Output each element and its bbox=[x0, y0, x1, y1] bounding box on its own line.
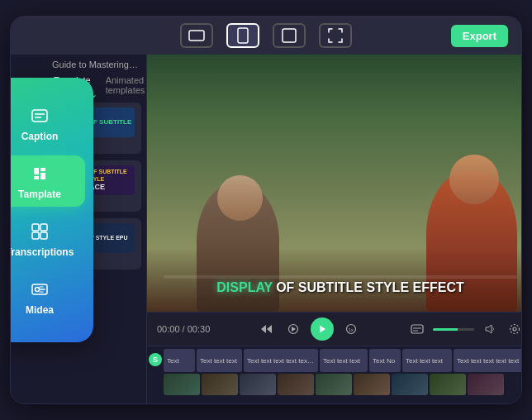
right-controls bbox=[408, 320, 521, 338]
list-item bbox=[354, 374, 390, 395]
list-item[interactable]: Text No bbox=[369, 349, 401, 372]
panel-title: Guide to Mastering the American Accent w… bbox=[44, 55, 146, 73]
timeline: S Text Text text text Text text text tex… bbox=[147, 346, 521, 403]
subtitle-normal-text: OF SUBTITLE STYLE EFFECT bbox=[276, 280, 464, 295]
svg-rect-11 bbox=[283, 29, 296, 42]
svg-rect-5 bbox=[32, 232, 39, 239]
svg-rect-15 bbox=[411, 325, 423, 333]
caption-icon bbox=[28, 104, 51, 127]
sidebar-media-label: Midea bbox=[26, 304, 54, 316]
view-wide-btn[interactable] bbox=[180, 23, 213, 48]
captions-icon[interactable] bbox=[408, 320, 426, 338]
volume-slider[interactable] bbox=[433, 328, 474, 331]
volume-icon[interactable] bbox=[481, 320, 499, 338]
top-bar: Export bbox=[11, 17, 521, 55]
list-item[interactable]: Text bbox=[164, 349, 195, 372]
time-display: 00:00 / 00:30 bbox=[157, 324, 210, 334]
subtitle-overlay: DISPLAY OF SUBTITLE STYLE EFFECT bbox=[216, 280, 463, 295]
list-item bbox=[316, 374, 352, 395]
list-item[interactable]: Text text text text text text bbox=[244, 349, 318, 372]
list-item bbox=[202, 374, 238, 395]
video-controls: 00:00 / 00:30 1x bbox=[147, 312, 521, 346]
rewind-icon[interactable] bbox=[258, 320, 276, 338]
list-item bbox=[240, 374, 276, 395]
list-item[interactable]: Text text text bbox=[402, 349, 452, 372]
video-player: DISPLAY OF SUBTITLE STYLE EFFECT bbox=[147, 55, 521, 312]
svg-point-8 bbox=[36, 288, 40, 292]
list-item bbox=[468, 374, 504, 395]
view-fullscreen-btn[interactable] bbox=[319, 23, 352, 48]
list-item bbox=[164, 374, 200, 395]
svg-rect-9 bbox=[189, 31, 204, 41]
view-tall-btn[interactable] bbox=[226, 23, 259, 48]
sidebar-item-media[interactable]: Midea bbox=[10, 271, 85, 322]
svg-rect-4 bbox=[40, 224, 47, 231]
svg-point-19 bbox=[511, 325, 520, 334]
playback-controls: 1x bbox=[258, 317, 360, 341]
svg-rect-0 bbox=[32, 110, 47, 122]
list-item[interactable]: Text text text bbox=[320, 349, 368, 372]
tab-animated[interactable]: Animated templates bbox=[101, 73, 150, 98]
video-background: DISPLAY OF SUBTITLE STYLE EFFECT bbox=[147, 55, 521, 312]
subtitle-highlight-text: DISPLAY bbox=[216, 280, 273, 295]
app-container: Caption Tamplate Transcriptions bbox=[10, 16, 522, 404]
svg-rect-10 bbox=[238, 28, 248, 43]
list-item bbox=[278, 374, 314, 395]
sidebar-item-caption[interactable]: Caption bbox=[10, 98, 85, 149]
svg-rect-3 bbox=[32, 224, 39, 231]
list-item[interactable]: Text text text bbox=[197, 349, 242, 372]
media-icon bbox=[28, 278, 51, 301]
export-button[interactable]: Export bbox=[451, 25, 508, 47]
list-item bbox=[430, 374, 466, 395]
transcriptions-icon bbox=[28, 220, 51, 243]
list-item bbox=[392, 374, 428, 395]
skip-back-icon[interactable] bbox=[284, 320, 302, 338]
speed-icon[interactable]: 1x bbox=[342, 320, 360, 338]
sidebar: Caption Tamplate Transcriptions bbox=[10, 78, 93, 342]
sidebar-caption-label: Caption bbox=[21, 131, 59, 142]
sidebar-item-template[interactable]: Tamplate bbox=[10, 155, 85, 207]
view-square-btn[interactable] bbox=[273, 23, 306, 48]
sidebar-transcriptions-label: Transcriptions bbox=[10, 246, 74, 258]
sidebar-template-label: Tamplate bbox=[18, 189, 61, 200]
template-icon bbox=[28, 162, 51, 185]
svg-point-18 bbox=[513, 327, 516, 331]
settings-icon[interactable] bbox=[506, 320, 521, 338]
video-area: DISPLAY OF SUBTITLE STYLE EFFECT 00:00 /… bbox=[147, 55, 521, 403]
svg-rect-6 bbox=[40, 232, 47, 239]
list-item[interactable]: Text text text text text text text bbox=[454, 349, 521, 372]
track-label: S bbox=[149, 353, 162, 366]
sidebar-item-transcriptions[interactable]: Transcriptions bbox=[10, 213, 85, 265]
play-button[interactable] bbox=[311, 317, 334, 341]
svg-text:1x: 1x bbox=[349, 327, 354, 332]
